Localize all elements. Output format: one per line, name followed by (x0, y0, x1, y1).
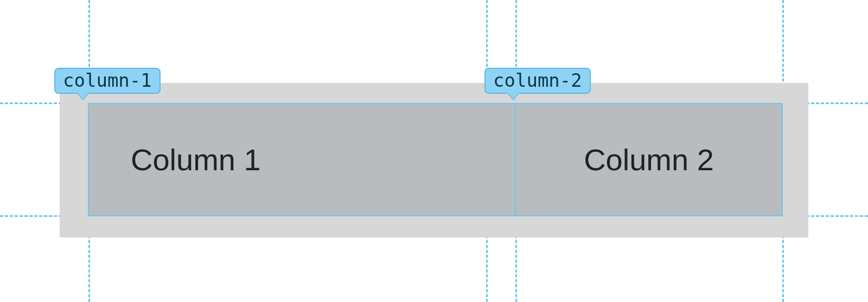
column-2-label: Column 2 (584, 142, 714, 177)
track-label-column-2: column-2 (484, 68, 591, 94)
column-1-label: Column 1 (131, 142, 261, 177)
track-label-column-1: column-1 (54, 68, 161, 94)
grid-column-2: Column 2 (515, 104, 782, 216)
grid-column-1: Column 1 (88, 104, 528, 216)
